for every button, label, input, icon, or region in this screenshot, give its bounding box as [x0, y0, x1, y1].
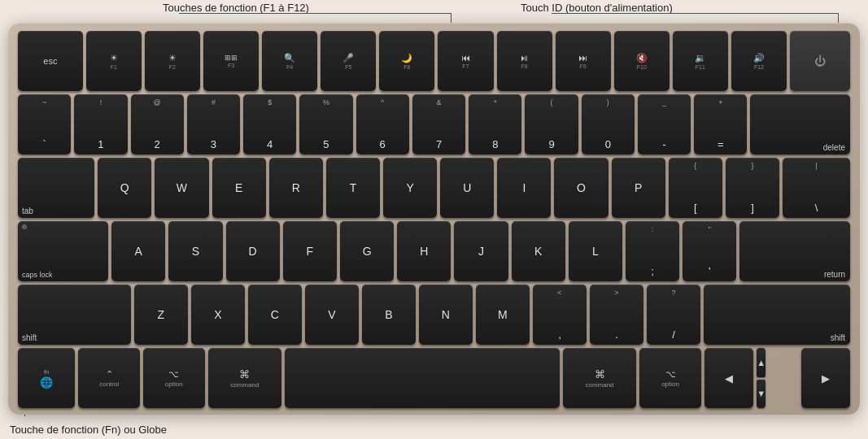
- key-shift-right[interactable]: shift: [704, 285, 850, 345]
- key-y[interactable]: Y: [383, 158, 437, 218]
- key-slash[interactable]: ? /: [647, 285, 700, 345]
- key-l[interactable]: L: [569, 221, 622, 281]
- key-arrows-updown: ▲ ▼: [757, 348, 797, 408]
- key-x[interactable]: X: [191, 285, 245, 345]
- key-d[interactable]: D: [226, 221, 280, 281]
- key-f6[interactable]: 🌙 F6: [379, 31, 434, 91]
- key-e[interactable]: E: [212, 158, 266, 218]
- key-minus[interactable]: _ -: [638, 94, 691, 154]
- key-touch-id[interactable]: ⏻: [790, 31, 850, 91]
- key-0[interactable]: ) 0: [582, 94, 635, 154]
- key-z[interactable]: Z: [134, 285, 188, 345]
- key-arrow-down[interactable]: ▼: [757, 380, 765, 409]
- annotation-touch-id-label: Touch ID (bouton d'alimentation): [521, 2, 673, 14]
- key-n[interactable]: N: [419, 285, 473, 345]
- key-f2[interactable]: ☀ F2: [145, 31, 200, 91]
- key-semicolon[interactable]: : ;: [626, 221, 679, 281]
- key-f12[interactable]: 🔊 F12: [731, 31, 787, 91]
- num-key-row: ~ ` ! 1 @ 2 # 3: [18, 94, 850, 154]
- key-8[interactable]: * 8: [469, 94, 521, 154]
- key-control[interactable]: ⌃ control: [78, 348, 140, 408]
- key-f8[interactable]: ⏯ F8: [497, 31, 552, 91]
- key-2[interactable]: @ 2: [131, 94, 184, 154]
- key-o[interactable]: O: [554, 158, 608, 218]
- key-7[interactable]: & 7: [412, 94, 465, 154]
- key-w[interactable]: W: [155, 158, 208, 218]
- key-f5[interactable]: 🎤 F5: [321, 31, 376, 91]
- key-5[interactable]: % 5: [299, 94, 352, 154]
- shift-key-row: shift Z X C V B N M < , > .: [18, 285, 850, 345]
- key-option-left[interactable]: ⌥ option: [143, 348, 205, 408]
- key-t[interactable]: T: [326, 158, 380, 218]
- key-1[interactable]: ! 1: [74, 94, 127, 154]
- fn-key-row: esc ☀ F1 ☀ F2 ⊞⊞ F3: [18, 31, 850, 91]
- bottom-key-row: fn 🌐 ⌃ control ⌥ option ⌘ command: [18, 348, 850, 408]
- key-close-bracket[interactable]: } ]: [726, 158, 779, 218]
- annotation-fn-globe-label: Touche de fonction (Fn) ou Globe: [10, 424, 167, 436]
- key-v[interactable]: V: [305, 285, 359, 345]
- key-k[interactable]: K: [512, 221, 565, 281]
- key-f[interactable]: F: [283, 221, 337, 281]
- key-f3[interactable]: ⊞⊞ F3: [203, 31, 259, 91]
- key-9[interactable]: ( 9: [525, 94, 578, 154]
- key-a[interactable]: A: [111, 221, 165, 281]
- key-apostrophe[interactable]: " ': [683, 221, 736, 281]
- caps-key-row: caps lock A S D F G H J K L : ; " ': [18, 221, 850, 281]
- key-return[interactable]: return: [739, 221, 850, 281]
- key-f10[interactable]: 🔇 F10: [614, 31, 670, 91]
- key-space[interactable]: [285, 348, 560, 408]
- key-q[interactable]: Q: [98, 158, 151, 218]
- key-backslash[interactable]: | \: [783, 158, 850, 218]
- key-esc[interactable]: esc: [18, 31, 83, 91]
- key-u[interactable]: U: [440, 158, 494, 218]
- key-arrow-left[interactable]: ◀: [704, 348, 753, 408]
- key-f4[interactable]: 🔍 F4: [262, 31, 317, 91]
- key-tab[interactable]: tab: [18, 158, 94, 218]
- key-b[interactable]: B: [362, 285, 416, 345]
- key-period[interactable]: > .: [590, 285, 643, 345]
- key-g[interactable]: G: [340, 221, 394, 281]
- key-backtick[interactable]: ~ `: [18, 94, 71, 154]
- key-f7[interactable]: ⏮ F7: [438, 31, 493, 91]
- key-3[interactable]: # 3: [187, 94, 240, 154]
- key-fn-globe[interactable]: fn 🌐: [18, 348, 75, 408]
- key-open-bracket[interactable]: { [: [669, 158, 722, 218]
- key-m[interactable]: M: [476, 285, 530, 345]
- key-shift-left[interactable]: shift: [18, 285, 131, 345]
- key-option-right[interactable]: ⌥ option: [639, 348, 701, 408]
- key-comma[interactable]: < ,: [533, 285, 587, 345]
- key-c[interactable]: C: [248, 285, 302, 345]
- annotation-function-keys-label: Touches de fonction (F1 à F12): [163, 2, 309, 14]
- key-command-left[interactable]: ⌘ command: [208, 348, 282, 408]
- key-arrow-up[interactable]: ▲: [757, 348, 765, 377]
- key-command-right[interactable]: ⌘ command: [563, 348, 637, 408]
- tab-key-row: tab Q W E R T Y U I O P { [ } ]: [18, 158, 850, 218]
- key-j[interactable]: J: [454, 221, 508, 281]
- key-s[interactable]: S: [168, 221, 222, 281]
- key-6[interactable]: ^ 6: [356, 94, 409, 154]
- keyboard: esc ☀ F1 ☀ F2 ⊞⊞ F3: [8, 23, 860, 415]
- key-delete[interactable]: delete: [750, 94, 850, 154]
- key-equals[interactable]: + =: [694, 94, 747, 154]
- key-f9[interactable]: ⏭ F9: [556, 31, 611, 91]
- key-p[interactable]: P: [612, 158, 665, 218]
- key-r[interactable]: R: [269, 158, 323, 218]
- key-arrow-right[interactable]: ▶: [801, 348, 850, 408]
- key-h[interactable]: H: [397, 221, 451, 281]
- key-f1[interactable]: ☀ F1: [86, 31, 142, 91]
- key-caps-lock[interactable]: caps lock: [18, 221, 108, 281]
- key-f11[interactable]: 🔉 F11: [673, 31, 728, 91]
- key-4[interactable]: $ 4: [243, 94, 296, 154]
- key-i[interactable]: I: [497, 158, 551, 218]
